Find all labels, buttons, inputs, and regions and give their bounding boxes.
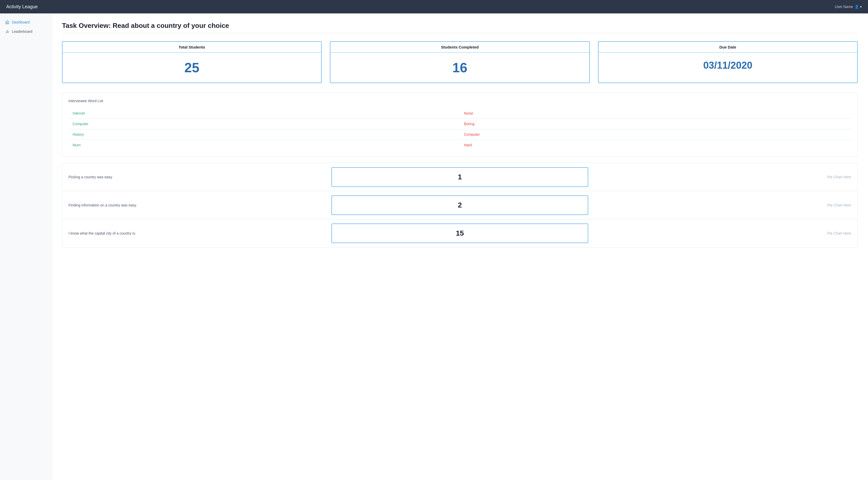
survey-question-0: Picking a country was easy. [68, 175, 325, 179]
sidebar-dashboard-label: Dashboard [12, 20, 30, 24]
list-item: Boring [460, 119, 851, 129]
survey-question-2: I know what the capital city of a countr… [68, 231, 325, 235]
user-menu[interactable]: User Name 👤 ▾ [835, 5, 862, 9]
word-list-grid: Internet Computer History Mum Noise Bori… [68, 108, 851, 150]
total-students-header: Total Students [63, 42, 321, 53]
user-icon: 👤 ▾ [855, 5, 862, 9]
word-list-left: Internet Computer History Mum [68, 108, 460, 150]
user-name-label: User Name [835, 5, 853, 9]
sidebar: Dashboard Leaderboard [0, 13, 52, 480]
word-list-title: Interviewee Word List [68, 99, 851, 103]
survey-chart-0: Pie Chart Here [594, 175, 851, 179]
survey-row-2: I know what the capital city of a countr… [62, 219, 858, 247]
title-divider [62, 33, 858, 33]
survey-chart-1: Pie Chart Here [594, 203, 851, 207]
stat-card-total-students: Total Students 25 [62, 41, 322, 83]
top-nav: Activity League User Name 👤 ▾ [0, 0, 868, 13]
layout: Dashboard Leaderboard Task Overview: Rea… [0, 13, 868, 480]
survey-value-2: 15 [332, 224, 588, 243]
word-list-card: Interviewee Word List Internet Computer … [62, 92, 858, 157]
sidebar-item-dashboard[interactable]: Dashboard [0, 18, 52, 27]
list-item: Noise [460, 108, 851, 119]
list-item: Computer [68, 119, 460, 129]
stats-row: Total Students 25 Students Completed 16 … [62, 41, 858, 83]
sidebar-leaderboard-label: Leaderboard [12, 29, 32, 34]
students-completed-value: 16 [331, 53, 589, 82]
app-brand: Activity League [6, 4, 38, 9]
survey-chart-2: Pie Chart Here [594, 231, 851, 235]
word-list-right: Noise Boring Computer Hard [460, 108, 851, 150]
sidebar-item-leaderboard[interactable]: Leaderboard [0, 27, 52, 36]
list-item: History [68, 129, 460, 140]
due-date-value: 03/11/2020 [598, 53, 857, 78]
main-content: Task Overview: Read about a country of y… [52, 13, 868, 480]
stat-card-due-date: Due Date 03/11/2020 [598, 41, 858, 83]
survey-row-1: Finding information on a country was eas… [62, 191, 858, 219]
survey-value-1: 2 [332, 195, 588, 215]
stat-card-students-completed: Students Completed 16 [330, 41, 590, 83]
survey-card: Picking a country was easy. 1 Pie Chart … [62, 163, 858, 247]
due-date-header: Due Date [598, 42, 857, 53]
survey-question-1: Finding information on a country was eas… [68, 203, 325, 207]
survey-value-0: 1 [332, 167, 588, 187]
list-item: Computer [460, 129, 851, 140]
total-students-value: 25 [63, 53, 321, 82]
home-icon [5, 20, 9, 24]
list-item: Hard [460, 140, 851, 150]
list-item: Internet [68, 108, 460, 119]
bar-chart-icon [5, 29, 9, 34]
list-item: Mum [68, 140, 460, 150]
students-completed-header: Students Completed [331, 42, 589, 53]
survey-row-0: Picking a country was easy. 1 Pie Chart … [62, 163, 858, 191]
page-title: Task Overview: Read about a country of y… [62, 22, 858, 30]
